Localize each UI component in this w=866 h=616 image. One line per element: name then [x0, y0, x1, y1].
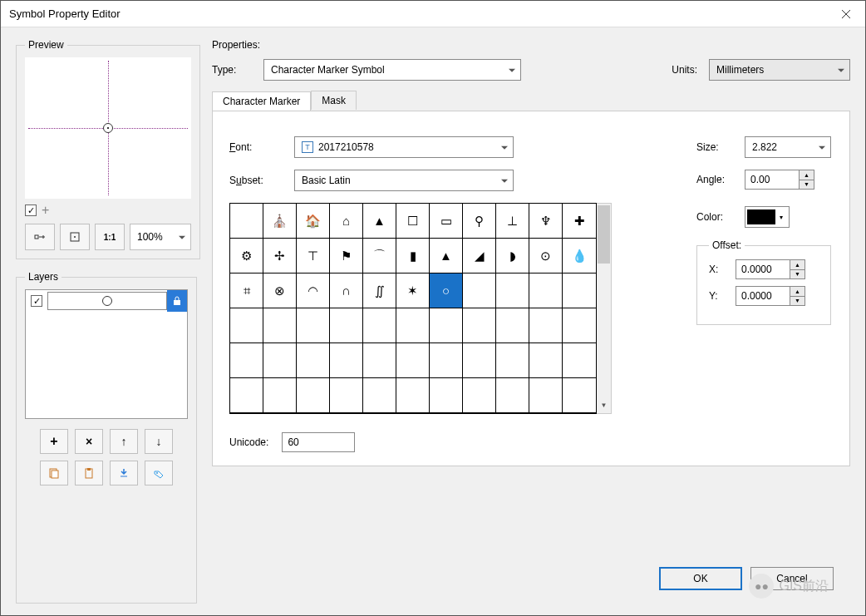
char-cell[interactable]: ⊙ [529, 239, 563, 274]
char-cell[interactable] [463, 308, 496, 343]
layer-row[interactable]: ✓ [26, 290, 187, 312]
char-cell[interactable] [363, 343, 396, 378]
units-select[interactable]: Millimeters [709, 59, 850, 81]
type-select[interactable]: Character Marker Symbol [263, 59, 521, 81]
char-cell[interactable] [330, 343, 363, 378]
angle-up[interactable]: ▲ [800, 170, 814, 180]
char-cell[interactable]: ◢ [463, 239, 496, 274]
tab-character-marker[interactable]: Character Marker [212, 91, 311, 111]
angle-down[interactable]: ▼ [800, 180, 814, 190]
char-cell[interactable] [496, 274, 529, 308]
char-cell[interactable]: ⚲ [463, 204, 496, 239]
char-cell[interactable] [363, 378, 396, 413]
char-cell[interactable]: ⊗ [263, 274, 297, 308]
cancel-button[interactable]: Cancel [750, 567, 834, 590]
char-cell[interactable] [297, 343, 330, 378]
color-dropdown-arrow[interactable]: ▾ [775, 214, 787, 221]
char-cell[interactable]: ♆ [529, 204, 563, 239]
char-cell[interactable]: ◗ [496, 239, 529, 274]
char-cell[interactable] [263, 378, 297, 413]
char-cell[interactable]: ✢ [263, 239, 297, 274]
char-cell[interactable]: ⊥ [496, 204, 529, 239]
delete-layer-button[interactable]: × [75, 429, 103, 454]
char-cell[interactable] [529, 378, 563, 413]
char-cell[interactable] [563, 378, 596, 413]
size-select[interactable]: 2.822 [745, 136, 831, 158]
char-cell[interactable] [529, 274, 563, 308]
char-cell[interactable] [430, 343, 463, 378]
copy-layer-button[interactable] [40, 461, 68, 485]
move-layer-up-button[interactable]: ↑ [110, 429, 138, 454]
char-cell[interactable]: ▮ [396, 239, 430, 274]
char-cell[interactable] [330, 378, 363, 413]
char-cell[interactable]: ◠ [297, 274, 330, 308]
import-layer-button[interactable] [110, 461, 138, 485]
zoom-actual-button[interactable]: 1:1 [95, 224, 125, 250]
char-cell[interactable] [529, 343, 563, 378]
scroll-thumb[interactable] [598, 205, 610, 264]
char-cell[interactable] [230, 308, 263, 343]
char-cell[interactable] [463, 343, 496, 378]
char-cell[interactable] [330, 308, 363, 343]
char-cell[interactable]: ✶ [396, 274, 430, 308]
char-cell[interactable] [297, 378, 330, 413]
char-cell[interactable] [463, 274, 496, 308]
char-cell[interactable] [496, 378, 529, 413]
char-cell[interactable] [529, 308, 563, 343]
offset-y-spinner[interactable]: ▲▼ [736, 286, 805, 306]
preview-checkbox[interactable]: ✓ [25, 205, 37, 216]
char-cell[interactable]: ⌒ [363, 239, 396, 274]
char-cell[interactable]: ☐ [396, 204, 430, 239]
move-layer-down-button[interactable]: ↓ [145, 429, 173, 454]
char-cell[interactable]: ∬ [363, 274, 396, 308]
close-button[interactable] [827, 1, 865, 27]
char-cell[interactable] [230, 378, 263, 413]
layer-thumb[interactable] [47, 292, 167, 310]
char-cell[interactable]: 💧 [563, 239, 596, 274]
character-grid[interactable]: ⛪🏠⌂▲☐▭⚲⊥♆✚⚙✢⊤⚑⌒▮▲◢◗⊙💧⌗⊗◠∩∬✶○ [229, 203, 597, 414]
ok-button[interactable]: OK [659, 567, 742, 590]
grid-scrollbar[interactable]: ▼ [597, 203, 612, 414]
layer-visible-checkbox[interactable]: ✓ [31, 295, 42, 307]
char-cell[interactable]: ▭ [430, 204, 463, 239]
char-cell[interactable]: ⊤ [297, 239, 330, 274]
char-cell[interactable] [396, 308, 430, 343]
char-cell[interactable]: ⛪ [263, 204, 297, 239]
char-cell[interactable] [230, 204, 263, 239]
unicode-input[interactable]: 60 [282, 432, 355, 452]
char-cell[interactable]: ▲ [430, 239, 463, 274]
char-cell[interactable] [230, 343, 263, 378]
zoom-out-button[interactable] [60, 224, 90, 250]
char-cell[interactable] [396, 378, 430, 413]
char-cell[interactable] [463, 378, 496, 413]
subset-select[interactable]: Basic Latin [294, 170, 514, 191]
tab-mask[interactable]: Mask [311, 91, 357, 110]
char-cell[interactable]: ∩ [330, 274, 363, 308]
offset-x-spinner[interactable]: ▲▼ [736, 259, 805, 279]
char-cell[interactable]: ⌗ [230, 274, 263, 308]
color-picker[interactable]: ▾ [745, 206, 790, 228]
zoom-select[interactable]: 100% [130, 224, 191, 250]
char-cell[interactable] [263, 308, 297, 343]
tag-layer-button[interactable] [145, 461, 173, 485]
char-cell[interactable]: ⌂ [330, 204, 363, 239]
paste-layer-button[interactable] [75, 461, 103, 485]
char-cell[interactable]: ✚ [563, 204, 596, 239]
char-cell[interactable]: ⚙ [230, 239, 263, 274]
char-cell[interactable]: ○ [430, 274, 463, 308]
char-cell[interactable]: ▲ [363, 204, 396, 239]
add-layer-button[interactable]: + [40, 429, 68, 454]
add-preview-icon[interactable]: + [42, 204, 49, 217]
char-cell[interactable] [297, 308, 330, 343]
char-cell[interactable]: 🏠 [297, 204, 330, 239]
char-cell[interactable] [430, 378, 463, 413]
font-select[interactable]: T 2017210578 [294, 136, 514, 158]
char-cell[interactable] [363, 308, 396, 343]
char-cell[interactable] [263, 343, 297, 378]
char-cell[interactable] [563, 274, 596, 308]
char-cell[interactable]: ⚑ [330, 239, 363, 274]
zoom-in-button[interactable] [25, 224, 55, 250]
char-cell[interactable] [496, 308, 529, 343]
layer-lock-button[interactable] [167, 290, 187, 312]
char-cell[interactable] [430, 308, 463, 343]
